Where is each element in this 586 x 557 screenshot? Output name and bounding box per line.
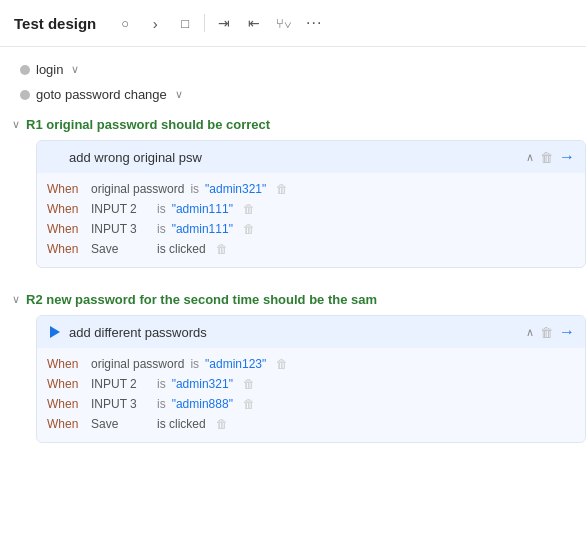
play-triangle-icon	[50, 326, 60, 338]
when-label: When	[47, 377, 85, 391]
chevron-icon: ›	[153, 15, 158, 32]
when-row: When INPUT 3 is "admin111" 🗑	[47, 219, 575, 239]
sidebar-item-goto[interactable]: goto password change ∨	[0, 82, 586, 107]
branch-icon-btn[interactable]: ⑂∨	[271, 10, 297, 36]
r2-chevron-icon: ∨	[12, 293, 20, 306]
is-label: is	[190, 182, 199, 196]
skip-end-icon-btn[interactable]: ⇥	[211, 10, 237, 36]
step-icons: ∧ 🗑 →	[526, 148, 575, 166]
field-label: INPUT 3	[91, 222, 151, 236]
login-caret: ∨	[71, 63, 79, 76]
when-label: When	[47, 357, 85, 371]
field-label: original password	[91, 357, 184, 371]
value-label: "admin111"	[172, 202, 233, 216]
step-add-different: add different passwords ∧ 🗑 → When origi…	[36, 315, 586, 443]
branch-icon: ⑂∨	[276, 16, 292, 31]
square-icon-btn[interactable]: □	[172, 10, 198, 36]
play-icon	[47, 149, 63, 165]
revert-icon: ⇤	[248, 15, 260, 31]
when-row: When original password is "admin123" 🗑	[47, 354, 575, 374]
step-icons-r2: ∧ 🗑 →	[526, 323, 575, 341]
when-label: When	[47, 182, 85, 196]
step-add-different-header[interactable]: add different passwords ∧ 🗑 →	[37, 316, 585, 348]
step-trash-icon[interactable]: 🗑	[540, 150, 553, 165]
when-row: When INPUT 2 is "admin111" 🗑	[47, 199, 575, 219]
step-arrow-icon[interactable]: →	[559, 148, 575, 166]
row-trash-icon[interactable]: 🗑	[243, 222, 255, 236]
row-trash-icon[interactable]: 🗑	[276, 182, 288, 196]
row-trash-icon[interactable]: 🗑	[216, 242, 228, 256]
field-label: original password	[91, 182, 184, 196]
field-label: Save	[91, 242, 151, 256]
step-add-wrong: add wrong original psw ∧ 🗑 → When origin…	[36, 140, 586, 268]
field-label: Save	[91, 417, 151, 431]
when-label: When	[47, 222, 85, 236]
toolbar-icons: ○ › □ ⇥ ⇤ ⑂∨ ···	[112, 10, 327, 36]
sidebar-item-login[interactable]: login ∨	[0, 57, 586, 82]
dot-icon-2	[20, 90, 30, 100]
skip-end-icon: ⇥	[218, 15, 230, 31]
value-label: "admin123"	[205, 357, 266, 371]
step-caret-up-icon: ∧	[526, 326, 534, 339]
requirement-r2: ∨ R2 new password for the second time sh…	[0, 288, 586, 443]
when-row: When original password is "admin321" 🗑	[47, 179, 575, 199]
field-label: INPUT 2	[91, 202, 151, 216]
r2-header[interactable]: ∨ R2 new password for the second time sh…	[0, 288, 586, 311]
goto-caret: ∨	[175, 88, 183, 101]
content-area: login ∨ goto password change ∨ ∨ R1 orig…	[0, 47, 586, 457]
row-trash-icon[interactable]: 🗑	[243, 377, 255, 391]
step-add-wrong-title: add wrong original psw	[69, 150, 520, 165]
when-row: When Save is clicked 🗑	[47, 414, 575, 434]
circle-icon: ○	[121, 16, 129, 31]
when-label: When	[47, 202, 85, 216]
is-label: is	[190, 357, 199, 371]
action-label: is clicked	[157, 242, 206, 256]
step-arrow-icon[interactable]: →	[559, 323, 575, 341]
revert-icon-btn[interactable]: ⇤	[241, 10, 267, 36]
r2-title: R2 new password for the second time shou…	[26, 292, 377, 307]
r1-chevron-icon: ∨	[12, 118, 20, 131]
chevron-icon-btn[interactable]: ›	[142, 10, 168, 36]
r1-title: R1 original password should be correct	[26, 117, 270, 132]
test-design-container: Test design ○ › □ ⇥ ⇤ ⑂∨ ···	[0, 0, 586, 457]
row-trash-icon[interactable]: 🗑	[216, 417, 228, 431]
field-label: INPUT 3	[91, 397, 151, 411]
field-label: INPUT 2	[91, 377, 151, 391]
login-label: login	[36, 62, 63, 77]
value-label: "admin321"	[172, 377, 233, 391]
page-title: Test design	[14, 15, 96, 32]
value-label: "admin321"	[205, 182, 266, 196]
when-label: When	[47, 397, 85, 411]
is-label: is	[157, 377, 166, 391]
when-row: When Save is clicked 🗑	[47, 239, 575, 259]
row-trash-icon[interactable]: 🗑	[276, 357, 288, 371]
when-label: When	[47, 417, 85, 431]
when-row: When INPUT 3 is "admin888" 🗑	[47, 394, 575, 414]
step-add-different-title: add different passwords	[69, 325, 520, 340]
r1-header[interactable]: ∨ R1 original password should be correct	[0, 113, 586, 136]
is-label: is	[157, 397, 166, 411]
goto-label: goto password change	[36, 87, 167, 102]
requirement-r1: ∨ R1 original password should be correct…	[0, 113, 586, 268]
step-trash-icon[interactable]: 🗑	[540, 325, 553, 340]
row-trash-icon[interactable]: 🗑	[243, 202, 255, 216]
ellipsis-icon: ···	[306, 14, 322, 32]
is-label: is	[157, 222, 166, 236]
is-label: is	[157, 202, 166, 216]
when-label: When	[47, 242, 85, 256]
value-label: "admin888"	[172, 397, 233, 411]
when-row: When INPUT 2 is "admin321" 🗑	[47, 374, 575, 394]
step-caret-up-icon: ∧	[526, 151, 534, 164]
row-trash-icon[interactable]: 🗑	[243, 397, 255, 411]
more-options-button[interactable]: ···	[301, 10, 327, 36]
when-rows-r1: When original password is "admin321" 🗑 W…	[37, 173, 585, 267]
divider	[204, 14, 205, 32]
circle-icon-btn[interactable]: ○	[112, 10, 138, 36]
dot-icon	[20, 65, 30, 75]
square-icon: □	[181, 16, 189, 31]
when-rows-r2: When original password is "admin123" 🗑 W…	[37, 348, 585, 442]
section-divider	[0, 272, 586, 282]
step-add-wrong-header[interactable]: add wrong original psw ∧ 🗑 →	[37, 141, 585, 173]
play-icon-r2	[47, 324, 63, 340]
toolbar: Test design ○ › □ ⇥ ⇤ ⑂∨ ···	[0, 0, 586, 47]
